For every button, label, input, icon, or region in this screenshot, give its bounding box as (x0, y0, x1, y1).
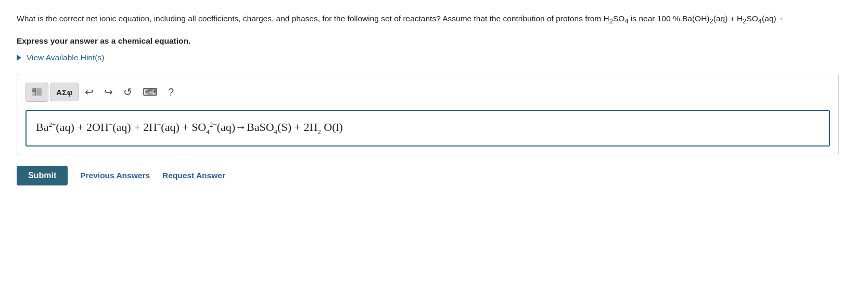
bottom-actions: Submit Previous Answers Request Answer (17, 166, 851, 185)
reset-icon: ↺ (123, 86, 132, 98)
redo-icon: ↪ (104, 86, 113, 98)
keyboard-icon: ⌨ (143, 86, 158, 98)
instruction-text: Express your answer as a chemical equati… (17, 36, 851, 46)
undo-button[interactable]: ↩ (81, 83, 98, 101)
question-text: What is the correct net ionic equation, … (17, 12, 839, 27)
answer-input-field[interactable]: Ba2+(aq) + 2OH−(aq) + 2H+(aq) + SO42−(aq… (25, 110, 830, 146)
template-icon (31, 86, 43, 99)
redo-button[interactable]: ↪ (100, 83, 117, 101)
template-button[interactable] (25, 83, 48, 102)
hint-link-label: View Available Hint(s) (27, 53, 104, 62)
request-answer-link[interactable]: Request Answer (162, 171, 225, 180)
undo-icon: ↩ (85, 86, 94, 98)
editor-toolbar: AΣφ ↩ ↪ ↺ ⌨ ? (25, 83, 830, 102)
submit-button[interactable]: Submit (17, 166, 68, 185)
reset-button[interactable]: ↺ (119, 83, 136, 101)
svg-rect-0 (32, 88, 36, 92)
svg-rect-2 (37, 88, 42, 96)
hint-link[interactable]: View Available Hint(s) (17, 53, 851, 62)
keyboard-button[interactable]: ⌨ (138, 83, 162, 101)
hint-arrow-icon (17, 55, 21, 61)
help-button[interactable]: ? (164, 83, 178, 101)
equation-content: Ba2+(aq) + 2OH−(aq) + 2H+(aq) + SO42−(aq… (36, 121, 343, 136)
symbols-label: AΣφ (56, 88, 73, 97)
symbols-button[interactable]: AΣφ (50, 83, 79, 101)
equation-editor: AΣφ ↩ ↪ ↺ ⌨ ? Ba2+(aq) + 2OH−(aq) + 2H+(… (17, 74, 839, 155)
svg-rect-1 (32, 93, 36, 96)
previous-answers-link[interactable]: Previous Answers (80, 171, 150, 180)
help-label: ? (168, 86, 174, 98)
